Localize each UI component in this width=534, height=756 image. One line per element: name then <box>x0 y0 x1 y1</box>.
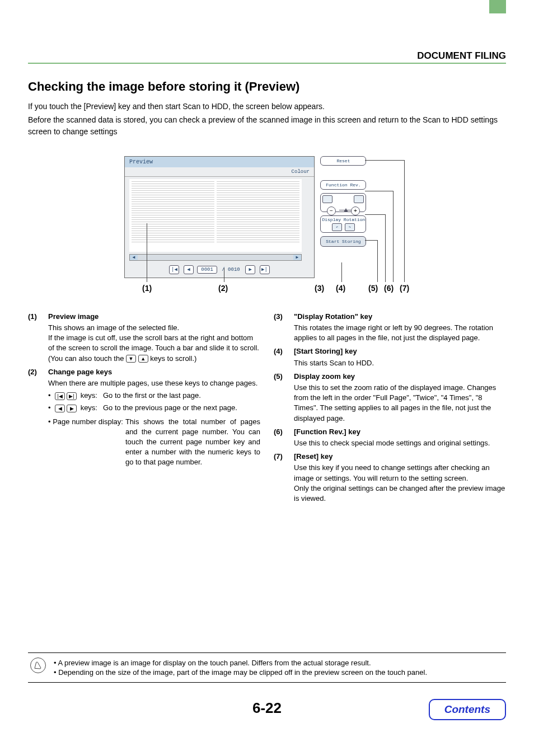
item6-num: (6) <box>274 427 294 448</box>
item1-title: Preview image <box>48 312 260 322</box>
zoom-thumb-large <box>354 195 364 203</box>
callout-7: (7) <box>400 284 409 293</box>
item5-num: (5) <box>274 372 294 424</box>
item4-num: (4) <box>274 346 294 368</box>
zoom-out-icon[interactable]: − <box>327 206 336 215</box>
header-title: DOCUMENT FILING <box>417 50 506 62</box>
item5-text: Use this to set the zoom ratio of the di… <box>294 383 506 424</box>
item6-title: [Function Rev.] key <box>294 427 506 437</box>
reset-button[interactable]: Reset <box>320 156 366 166</box>
contents-button[interactable]: Contents <box>429 699 506 720</box>
item2-title: Change page keys <box>48 367 260 377</box>
note-line-1: • A preview image is an image for displa… <box>54 659 427 667</box>
keys-desc-1: Go to the first or the last page. <box>100 391 201 401</box>
item1-p1: This shows an image of the selected file… <box>48 323 260 333</box>
item6-text: Use this to check special mode settings … <box>294 438 506 448</box>
note-icon <box>30 658 46 673</box>
last-page-key[interactable]: ▶| <box>260 265 270 274</box>
preview-image <box>129 179 302 246</box>
callout-5: (5) <box>368 284 378 293</box>
item1-num: (1) <box>28 312 48 364</box>
side-column: Reset Function Rev. − + Display Rotatio <box>320 156 366 247</box>
function-rev-button[interactable]: Function Rev. <box>320 180 366 190</box>
keys-label-1: keys: <box>81 391 97 400</box>
item3-text: This rotates the image right or left by … <box>294 323 506 343</box>
callout-1: (1) <box>142 284 152 293</box>
item5-title: Display zoom key <box>294 372 506 382</box>
callout-labels: (1) (2) (3) (4) (5) (6) (7) <box>124 284 410 297</box>
item7-num: (7) <box>274 452 294 504</box>
up-arrow-key-icon: ▲ <box>138 355 148 363</box>
item4-title: [Start Storing] key <box>294 346 506 356</box>
page-number-field[interactable]: 0001 <box>197 266 217 274</box>
item2-p1: When there are multiple pages, use these… <box>48 378 260 388</box>
callout-2: (2) <box>218 284 228 293</box>
display-rotation-label: Display Rotation <box>322 217 364 222</box>
preview-titlebar: Preview <box>125 157 314 167</box>
prev-page-key[interactable]: ◀ <box>184 265 194 274</box>
keys-label-2: keys: <box>81 403 97 412</box>
item7-text1: Use this key if you need to change setti… <box>294 463 506 483</box>
intro-line-2: Before the scanned data is stored, you c… <box>28 114 506 137</box>
horizontal-scrollbar[interactable]: ◀ ▶ <box>129 254 302 261</box>
corner-stub <box>489 0 506 13</box>
callout-6: (6) <box>384 284 394 293</box>
preview-panel: Preview Colour ▲ ▼ ◀ ▶ |◀ <box>124 156 315 278</box>
rotate-right-icon[interactable]: ↷ <box>345 223 355 231</box>
zoom-in-icon[interactable]: + <box>351 206 360 215</box>
keys-desc-2: Go to the previous page or the next page… <box>100 403 237 413</box>
item2-num: (2) <box>28 367 48 468</box>
zoom-thumb-small <box>322 195 332 203</box>
next-key-icon: ▶ <box>67 405 77 412</box>
preview-diagram: Preview Colour ▲ ▼ ◀ ▶ |◀ <box>124 156 410 278</box>
next-page-key[interactable]: ▶ <box>245 265 255 274</box>
first-key-icon: |◀ <box>55 392 65 400</box>
section-title: Checking the image before storing it (Pr… <box>28 79 506 94</box>
scroll-right-icon[interactable]: ▶ <box>293 255 301 260</box>
display-rotation-button[interactable]: Display Rotation ↶ ↷ <box>320 215 366 233</box>
page-number-display-label: • Page number display: <box>48 417 125 468</box>
prev-key-icon: ◀ <box>55 405 65 412</box>
item1-p2: If the image is cut off, use the scroll … <box>48 333 260 364</box>
first-page-key[interactable]: |◀ <box>169 265 179 274</box>
intro-line-1: If you touch the [Preview] key and then … <box>28 101 506 112</box>
page-controls: |◀ ◀ 0001 / 0010 ▶ ▶| <box>125 263 314 278</box>
note-line-2: • Depending on the size of the image, pa… <box>54 668 427 677</box>
header-bar: DOCUMENT FILING <box>28 48 506 64</box>
description-columns: (1) Preview image This shows an image of… <box>28 312 506 507</box>
item7-text2: Only the original settings can be change… <box>294 483 506 504</box>
callout-3: (3) <box>315 284 324 293</box>
item4-text: This starts Scan to HDD. <box>294 358 506 368</box>
item3-num: (3) <box>274 312 294 344</box>
scroll-left-icon[interactable]: ◀ <box>130 255 138 260</box>
note-box: • A preview image is an image for displa… <box>28 652 506 683</box>
item3-title: "Display Rotation" key <box>294 312 506 322</box>
colour-label: Colour <box>125 167 314 177</box>
display-zoom-panel[interactable]: − + <box>320 193 366 212</box>
rotate-left-icon[interactable]: ↶ <box>332 223 342 231</box>
page-number-display-text: This shows the total number of pages and… <box>125 417 260 468</box>
callout-4: (4) <box>336 284 345 293</box>
start-storing-button[interactable]: Start Storing <box>320 236 366 247</box>
item7-title: [Reset] key <box>294 452 506 462</box>
down-arrow-key-icon: ▼ <box>126 355 136 363</box>
last-key-icon: ▶| <box>67 392 77 400</box>
